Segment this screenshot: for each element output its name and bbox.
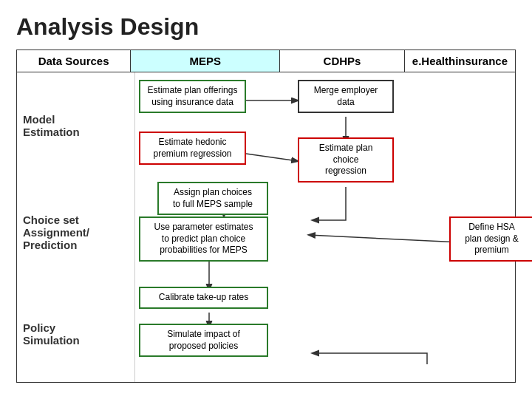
box-calibrate: Calibrate take-up rates	[139, 287, 268, 309]
box-simulate: Simulate impact of proposed policies	[139, 324, 268, 357]
diagram-area: Estimate plan offerings using insurance …	[135, 72, 515, 382]
header-cdhps: CDHPs	[280, 50, 405, 72]
svg-line-2	[246, 154, 298, 161]
header-meps: MEPS	[131, 50, 280, 72]
box-assign-plan: Assign plan choices to full MEPS sample	[157, 182, 268, 215]
label-policy: Policy Simulation	[17, 286, 134, 382]
label-choice: Choice set Assignment/ Prediction	[17, 180, 134, 287]
label-model: Model Estimation	[17, 72, 134, 180]
header-row: Data Sources MEPS CDHPs e.Healthinsuranc…	[16, 50, 516, 72]
header-datasources: Data Sources	[17, 50, 131, 72]
content-area: Model Estimation Choice set Assignment/ …	[16, 72, 516, 383]
box-merge-employer: Merge employer data	[298, 80, 394, 113]
header-ehealth: e.Healthinsurance	[405, 50, 515, 72]
box-use-parameter: Use parameter estimates to predict plan …	[139, 216, 268, 262]
slide: Analysis Design Data Sources MEPS CDHPs …	[0, 0, 532, 399]
box-estimate-plan-choice: Estimate plan choice regression	[298, 137, 394, 183]
row-labels: Model Estimation Choice set Assignment/ …	[17, 72, 135, 382]
slide-title: Analysis Design	[16, 13, 516, 41]
box-estimate-hedonic: Estimate hedonic premium regression	[139, 132, 246, 165]
svg-line-3	[309, 235, 460, 242]
box-define-hsa: Define HSA plan design & premium	[449, 216, 532, 262]
box-estimate-plan: Estimate plan offerings using insurance …	[139, 80, 246, 113]
